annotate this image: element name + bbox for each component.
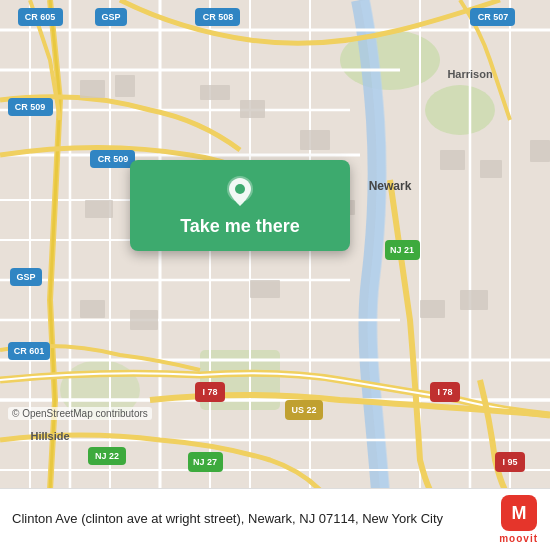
svg-rect-73 bbox=[530, 140, 550, 162]
map-container: CR 605 CR 509 CR 509 CR 508 CR 507 GSP G… bbox=[0, 0, 550, 490]
svg-rect-70 bbox=[250, 280, 280, 298]
footer: Clinton Ave (clinton ave at wright stree… bbox=[0, 488, 550, 550]
svg-text:I 78: I 78 bbox=[202, 387, 217, 397]
svg-text:CR 509: CR 509 bbox=[98, 154, 129, 164]
svg-text:GSP: GSP bbox=[16, 272, 35, 282]
osm-credit-text: © OpenStreetMap contributors bbox=[12, 408, 148, 419]
svg-text:I 95: I 95 bbox=[502, 457, 517, 467]
svg-text:M: M bbox=[511, 503, 526, 523]
location-pin-icon bbox=[222, 174, 258, 210]
svg-text:CR 507: CR 507 bbox=[478, 12, 509, 22]
svg-text:CR 509: CR 509 bbox=[15, 102, 46, 112]
svg-rect-62 bbox=[200, 85, 230, 100]
svg-text:NJ 22: NJ 22 bbox=[95, 451, 119, 461]
svg-text:CR 508: CR 508 bbox=[203, 12, 234, 22]
svg-rect-64 bbox=[300, 130, 330, 150]
address-text: Clinton Ave (clinton ave at wright stree… bbox=[12, 510, 489, 528]
svg-rect-71 bbox=[440, 150, 465, 170]
take-me-there-button[interactable]: Take me there bbox=[130, 160, 350, 251]
svg-text:Hillside: Hillside bbox=[30, 430, 69, 442]
moovit-icon: M bbox=[501, 495, 537, 531]
svg-text:NJ 21: NJ 21 bbox=[390, 245, 414, 255]
svg-text:Newark: Newark bbox=[369, 179, 412, 193]
svg-rect-72 bbox=[480, 160, 502, 178]
svg-rect-68 bbox=[80, 300, 105, 318]
button-overlay: Take me there bbox=[130, 160, 350, 251]
svg-rect-60 bbox=[80, 80, 105, 98]
svg-text:CR 601: CR 601 bbox=[14, 346, 45, 356]
svg-text:Harrison: Harrison bbox=[447, 68, 493, 80]
svg-text:GSP: GSP bbox=[101, 12, 120, 22]
svg-text:I 78: I 78 bbox=[437, 387, 452, 397]
svg-text:NJ 27: NJ 27 bbox=[193, 457, 217, 467]
moovit-text: moovit bbox=[499, 533, 538, 544]
svg-text:US 22: US 22 bbox=[291, 405, 316, 415]
button-label: Take me there bbox=[180, 216, 300, 237]
svg-rect-69 bbox=[130, 310, 158, 330]
moovit-logo: M moovit bbox=[499, 495, 538, 544]
svg-rect-63 bbox=[240, 100, 265, 118]
svg-rect-66 bbox=[85, 200, 113, 218]
svg-point-2 bbox=[425, 85, 495, 135]
svg-rect-75 bbox=[460, 290, 488, 310]
svg-rect-61 bbox=[115, 75, 135, 97]
svg-rect-74 bbox=[420, 300, 445, 318]
svg-point-77 bbox=[235, 184, 245, 194]
osm-credit: © OpenStreetMap contributors bbox=[8, 407, 152, 420]
svg-text:CR 605: CR 605 bbox=[25, 12, 56, 22]
